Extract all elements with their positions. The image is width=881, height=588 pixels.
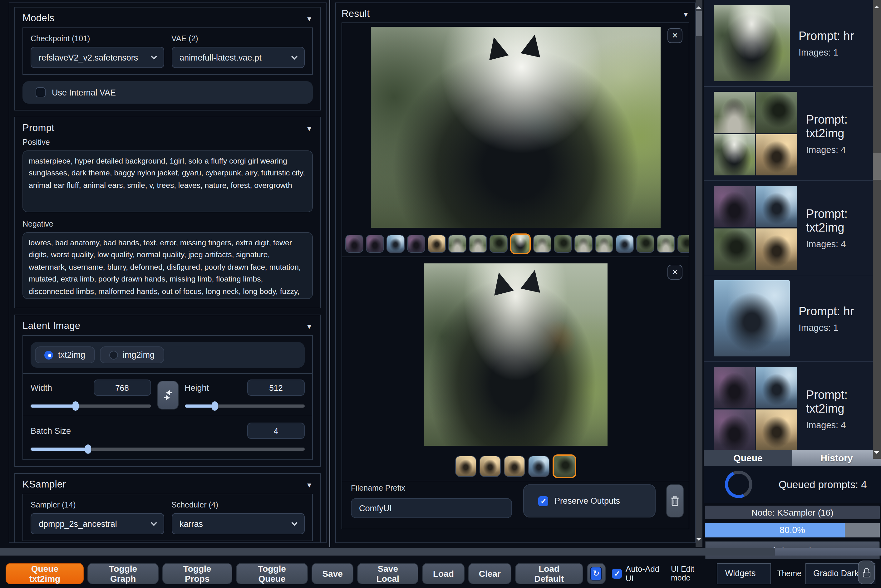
toolbar-button-save[interactable]: Save — [312, 563, 353, 584]
thumbnail[interactable] — [657, 234, 675, 252]
right-scrollbar[interactable] — [873, 0, 881, 459]
widgets-select[interactable]: Widgets — [717, 563, 771, 584]
collapse-icon[interactable] — [306, 320, 313, 332]
slider-handle[interactable] — [72, 401, 79, 411]
scroll-up-icon[interactable] — [696, 4, 701, 9]
middle-scrollbar[interactable] — [696, 0, 702, 547]
history-thumbnail-grid[interactable] — [714, 186, 797, 270]
toolbar-button-clear[interactable]: Clear — [468, 563, 511, 584]
thumbnail[interactable] — [528, 456, 549, 477]
thumbnail[interactable] — [448, 234, 467, 252]
result-image-2[interactable] — [424, 263, 607, 446]
thumbnail[interactable] — [469, 234, 487, 252]
tab-queue[interactable]: Queue — [704, 450, 792, 466]
history-item[interactable]: Prompt: txt2imgImages: 4 — [704, 181, 881, 275]
history-thumbnail[interactable] — [756, 367, 797, 408]
collapse-icon[interactable] — [306, 12, 313, 24]
toolbar-button-toggle-graph[interactable]: Toggle Graph — [88, 563, 159, 584]
history-thumbnail[interactable] — [756, 92, 797, 133]
thumbnail[interactable] — [479, 456, 500, 477]
height-slider[interactable] — [185, 401, 305, 410]
swap-dimensions-button[interactable] — [157, 381, 178, 409]
horizontal-scrollbar[interactable] — [0, 548, 881, 555]
toolbar-button-load[interactable]: Load — [422, 563, 465, 584]
history-thumbnail[interactable] — [714, 92, 755, 133]
prompt-header[interactable]: Prompt — [23, 122, 313, 134]
batch-size-slider[interactable] — [31, 444, 305, 453]
thumbnail-selected[interactable] — [510, 233, 531, 254]
history-thumbnail[interactable] — [714, 280, 790, 356]
queue-txt2img-button[interactable]: Queue txt2img — [6, 563, 84, 584]
scroll-down-icon[interactable] — [696, 538, 701, 543]
history-item[interactable]: Prompt: txt2imgImages: 4 — [704, 87, 881, 181]
negative-prompt-input[interactable]: lowres, bad anatomy, bad hands, text, er… — [23, 232, 313, 299]
history-thumbnail[interactable] — [714, 410, 755, 450]
thumbnail[interactable] — [407, 234, 425, 252]
history-item[interactable]: Prompt: txt2imgImages: 4 — [704, 362, 881, 450]
slider-handle[interactable] — [212, 401, 218, 411]
history-item[interactable]: Prompt: hrImages: 1 — [704, 275, 881, 362]
thumbnail[interactable] — [455, 456, 476, 477]
thumbnail-selected[interactable] — [552, 454, 576, 478]
thumbnail[interactable] — [386, 234, 405, 252]
positive-prompt-input[interactable]: masterpiece, hyper detailed background, … — [23, 150, 313, 212]
batch-size-input[interactable] — [247, 423, 305, 439]
checkpoint-select[interactable]: refslaveV2_v2.safetensors — [31, 47, 164, 68]
use-internal-vae-checkbox[interactable] — [36, 87, 46, 98]
refresh-button[interactable]: ↻ — [587, 563, 605, 584]
history-item[interactable]: Prompt: hrImages: 1 — [704, 0, 881, 87]
toolbar-button-toggle-queue[interactable]: Toggle Queue — [236, 563, 308, 584]
scrollbar-thumb[interactable] — [873, 153, 881, 180]
thumbnail[interactable] — [428, 234, 446, 252]
latent-header[interactable]: Latent Image — [23, 320, 313, 332]
collapse-icon[interactable] — [306, 122, 313, 134]
scrollbar-thumb[interactable] — [696, 11, 702, 36]
auto-add-ui-checkbox[interactable] — [612, 568, 622, 578]
width-input[interactable] — [93, 380, 151, 396]
history-thumbnail-grid[interactable] — [714, 92, 797, 176]
toolbar-button-load-default[interactable]: Load Default — [515, 563, 583, 584]
mode-img2img[interactable]: img2img — [100, 346, 164, 363]
thumbnail[interactable] — [677, 234, 689, 252]
use-internal-vae-row[interactable]: Use Internal VAE — [23, 81, 313, 104]
lock-button[interactable] — [858, 561, 875, 584]
history-thumbnail[interactable] — [714, 186, 755, 227]
collapse-icon[interactable] — [683, 8, 689, 20]
history-thumbnail[interactable] — [714, 134, 755, 176]
models-header[interactable]: Models — [23, 12, 313, 24]
width-slider[interactable] — [31, 401, 151, 410]
height-input[interactable] — [247, 380, 305, 396]
toolbar-button-save-local[interactable]: Save Local — [357, 563, 419, 584]
close-icon[interactable]: ✕ — [668, 265, 683, 280]
result-header[interactable]: Result — [342, 8, 689, 20]
vae-select[interactable]: animefull-latest.vae.pt — [171, 47, 305, 68]
thumbnail[interactable] — [366, 234, 384, 252]
thumbnail[interactable] — [345, 234, 363, 252]
scroll-up-icon[interactable] — [874, 3, 879, 8]
scroll-down-icon[interactable] — [874, 451, 879, 456]
close-icon[interactable]: ✕ — [668, 28, 683, 43]
scheduler-select[interactable]: karras — [171, 513, 305, 534]
thumbnail[interactable] — [533, 234, 551, 252]
slider-handle[interactable] — [85, 444, 91, 454]
history-thumbnail-grid[interactable] — [714, 367, 797, 450]
thumbnail[interactable] — [636, 234, 654, 252]
thumbnail[interactable] — [575, 234, 593, 252]
thumbnail[interactable] — [489, 234, 507, 252]
result-image-1[interactable] — [371, 27, 660, 228]
left-scrollbar[interactable] — [329, 0, 330, 547]
thumbnail[interactable] — [615, 234, 634, 252]
history-thumbnail[interactable] — [756, 228, 797, 270]
history-thumbnail[interactable] — [756, 186, 797, 227]
filename-prefix-input[interactable] — [351, 498, 512, 518]
history-thumbnail[interactable] — [756, 134, 797, 176]
thumbnail[interactable] — [554, 234, 572, 252]
preserve-outputs-checkbox[interactable] — [538, 496, 548, 506]
delete-outputs-button[interactable] — [666, 484, 684, 518]
mode-txt2img[interactable]: txt2img — [35, 346, 95, 363]
collapse-icon[interactable] — [306, 479, 313, 490]
ksampler-header[interactable]: KSampler — [23, 479, 313, 490]
history-thumbnail[interactable] — [756, 410, 797, 450]
history-thumbnail[interactable] — [714, 228, 755, 270]
history-thumbnail[interactable] — [714, 367, 755, 408]
